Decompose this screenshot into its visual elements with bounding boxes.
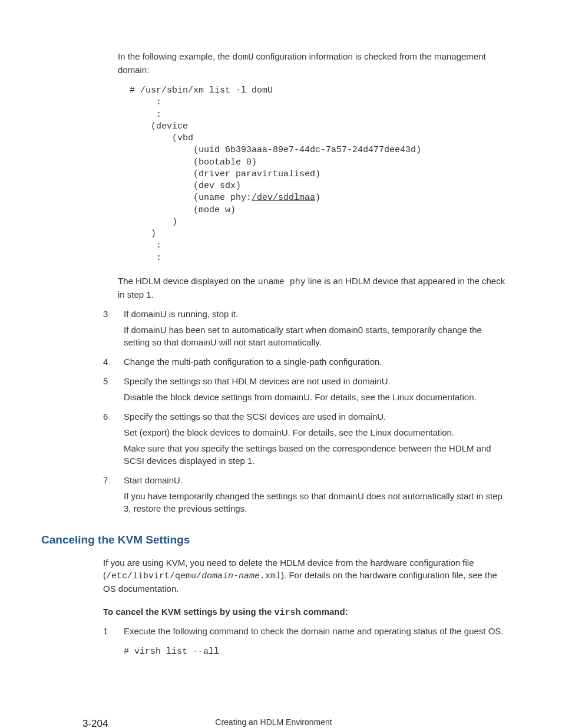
- step-number: 4: [103, 355, 111, 368]
- step-number: 7: [103, 474, 111, 486]
- step-text: Specify the settings so that the SCSI de…: [124, 410, 506, 423]
- text: command:: [301, 607, 348, 617]
- step-number: 6: [103, 410, 111, 423]
- step-text: If you have temporarily changed the sett…: [124, 490, 506, 515]
- inline-code: .xml: [260, 571, 281, 581]
- kvm-steps-list: 1 Execute the following command to check…: [103, 625, 506, 658]
- section-heading-kvm: Canceling the KVM Settings: [41, 532, 506, 548]
- kvm-intro-paragraph: If you are using KVM, you need to delete…: [103, 556, 506, 595]
- page-number: 3-204: [82, 717, 108, 728]
- step-number: 1: [103, 625, 111, 637]
- intro-paragraph: In the following example, the domU confi…: [118, 50, 506, 76]
- step-number: 3: [103, 308, 111, 320]
- code-block-xm-list: # /usr/sbin/xm list -l domU : : (device …: [130, 85, 506, 264]
- step-text: If domainU is running, stop it.: [124, 308, 506, 320]
- step-text: Execute the following command to check t…: [124, 625, 506, 637]
- step-7: 7 Start domainU. If you have temporarily…: [103, 474, 506, 515]
- step-number: 5: [103, 375, 111, 387]
- step-3: 3 If domainU is running, stop it. If dom…: [103, 308, 506, 348]
- step-text: Set (export) the block devices to domain…: [124, 426, 506, 439]
- step-5: 5 Specify the settings so that HDLM devi…: [103, 375, 506, 403]
- inline-code-italic: domain-name: [201, 571, 260, 581]
- step-text: Start domainU.: [124, 474, 506, 486]
- code-underline-path: /dev/sddlmaa: [252, 193, 315, 203]
- kvm-step-1: 1 Execute the following command to check…: [103, 625, 506, 658]
- footer-title: Creating an HDLM Environment: [41, 717, 506, 728]
- text: To cancel the KVM settings by using the: [103, 607, 275, 617]
- text: In the following example, the: [118, 51, 232, 61]
- step-text: Specify the settings so that HDLM device…: [124, 375, 506, 387]
- inline-code: domU: [232, 52, 253, 62]
- footer: 3-204 Creating an HDLM Environment Hitac…: [41, 717, 506, 728]
- code-text: ) (mode w) ) ) : :: [130, 193, 320, 262]
- step-4: 4 Change the multi-path configuration to…: [103, 355, 506, 368]
- steps-list: 3 If domainU is running, stop it. If dom…: [103, 308, 506, 515]
- after-code-paragraph: The HDLM device displayed on the uname p…: [118, 275, 506, 301]
- inline-code: /etc/libvirt/qemu/: [106, 571, 201, 581]
- text: The HDLM device displayed on the: [118, 276, 258, 286]
- step-text: Make sure that you specify the settings …: [124, 442, 506, 467]
- step-text: Change the multi-path configuration to a…: [124, 355, 506, 368]
- step-text: Disable the block device settings from d…: [124, 391, 506, 403]
- inline-code: uname phy: [258, 277, 306, 287]
- step-text: If domainU has been set to automatically…: [124, 324, 506, 348]
- code-block-virsh: # virsh list --all: [124, 645, 506, 658]
- code-text: # /usr/sbin/xm list -l domU : : (device …: [130, 85, 421, 203]
- kvm-subheading: To cancel the KVM settings by using the …: [103, 605, 506, 619]
- inline-code: virsh: [275, 608, 301, 618]
- step-6: 6 Specify the settings so that the SCSI …: [103, 410, 506, 467]
